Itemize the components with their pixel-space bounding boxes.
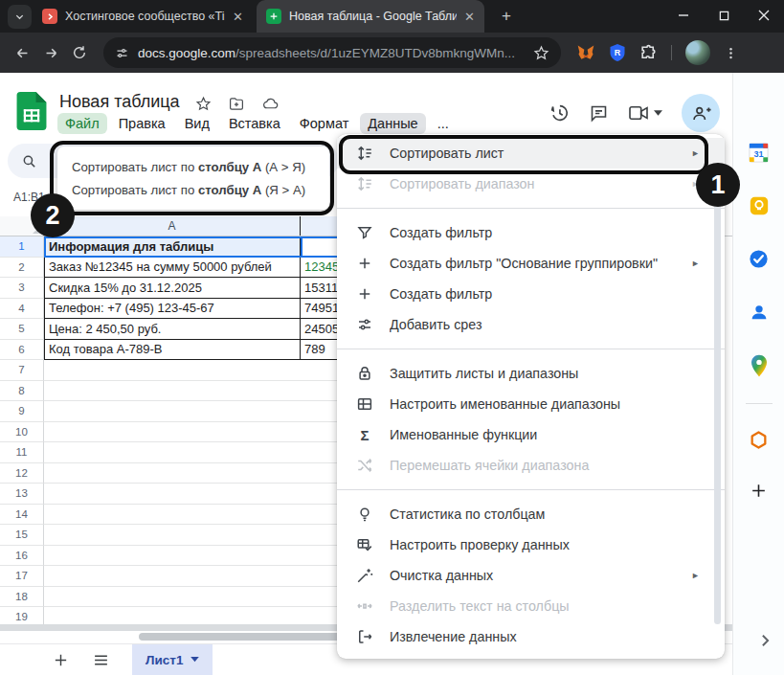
tab-search-chevron-icon[interactable] bbox=[8, 5, 32, 29]
menu-format[interactable]: Формат bbox=[292, 113, 357, 134]
new-tab-button[interactable]: + bbox=[494, 4, 519, 29]
row-header[interactable]: 11 bbox=[0, 442, 44, 463]
cell[interactable] bbox=[44, 566, 301, 587]
menu-item-data-cleanup[interactable]: Очистка данных ► bbox=[337, 560, 725, 591]
star-document-icon[interactable] bbox=[195, 96, 212, 112]
cell[interactable] bbox=[44, 546, 301, 567]
site-info-icon[interactable] bbox=[115, 46, 129, 60]
menu-item-protect-sheets[interactable]: Защитить листы и диапазоны bbox=[337, 358, 725, 389]
shield-extension-icon[interactable]: R bbox=[609, 43, 626, 62]
move-to-folder-icon[interactable] bbox=[228, 96, 245, 112]
addon-hexagon-icon[interactable] bbox=[749, 430, 769, 450]
cell[interactable] bbox=[44, 442, 301, 463]
menu-overflow[interactable]: ... bbox=[430, 113, 457, 134]
sheets-logo-icon[interactable] bbox=[15, 92, 48, 130]
google-tasks-icon[interactable] bbox=[748, 248, 770, 270]
menu-item-named-functions[interactable]: Σ Именованные функции bbox=[337, 419, 725, 450]
row-header[interactable]: 17 bbox=[0, 566, 44, 587]
google-maps-icon[interactable] bbox=[750, 354, 769, 377]
cell[interactable] bbox=[44, 505, 301, 526]
metamask-extension-icon[interactable] bbox=[576, 43, 595, 62]
menu-edit[interactable]: Правка bbox=[111, 113, 173, 134]
cell[interactable] bbox=[44, 525, 301, 546]
sheet-tab-list1[interactable]: Лист1 bbox=[132, 644, 213, 675]
menu-item-create-filter[interactable]: Создать фильтр bbox=[337, 217, 725, 248]
cloud-saved-icon[interactable] bbox=[261, 96, 280, 112]
row-header[interactable]: 3 bbox=[0, 278, 44, 299]
share-button[interactable] bbox=[682, 94, 720, 132]
menu-item-create-filter-2[interactable]: Создать фильтр bbox=[337, 279, 725, 309]
cell-a5[interactable]: Цена: 2 450,50 руб. bbox=[44, 319, 301, 340]
cell-a2[interactable]: Заказ №12345 на сумму 50000 рублей bbox=[44, 258, 301, 279]
cell-a4[interactable]: Телефон: +7 (495) 123-45-67 bbox=[44, 299, 301, 320]
row-header[interactable]: 18 bbox=[0, 587, 44, 608]
row-header[interactable]: 9 bbox=[0, 401, 44, 422]
back-icon[interactable] bbox=[8, 38, 36, 67]
row-header[interactable]: 5 bbox=[0, 319, 44, 340]
row-header[interactable]: 2 bbox=[0, 258, 44, 279]
menu-item-data-extraction[interactable]: Извлечение данных bbox=[337, 621, 725, 652]
column-header-a[interactable]: A bbox=[44, 216, 301, 236]
browser-menu-kebab-icon[interactable] bbox=[724, 46, 738, 60]
menu-file[interactable]: Файл bbox=[57, 113, 107, 134]
menu-data[interactable]: Данные bbox=[360, 113, 425, 134]
all-sheets-menu-icon[interactable] bbox=[86, 645, 115, 674]
validation-icon bbox=[354, 536, 375, 553]
cell[interactable] bbox=[44, 422, 301, 443]
menu-item-randomize-range[interactable]: Перемешать ячейки диапазона bbox=[337, 450, 725, 481]
window-minimize-button[interactable] bbox=[663, 0, 704, 31]
url-bar[interactable]: docs.google.com/spreadsheets/d/1uzEYMZ8U… bbox=[103, 37, 561, 68]
menu-view[interactable]: Вид bbox=[177, 113, 217, 134]
document-title[interactable]: Новая таблица bbox=[59, 92, 180, 112]
row-header[interactable]: 15 bbox=[0, 525, 44, 546]
reload-icon[interactable] bbox=[65, 38, 94, 67]
google-keep-icon[interactable] bbox=[749, 195, 770, 216]
menu-item-create-groupby-filter[interactable]: Создать фильтр "Основание группировки" ► bbox=[337, 248, 725, 279]
cell[interactable] bbox=[44, 401, 301, 422]
menu-item-data-validation[interactable]: Настроить проверку данных bbox=[337, 529, 725, 560]
get-add-ons-plus-icon[interactable] bbox=[750, 482, 768, 500]
browser-tab-sheets[interactable]: Новая таблица - Google Табли ✕ bbox=[257, 0, 484, 33]
menu-item-split-text[interactable]: Разделить текст на столбцы bbox=[337, 591, 725, 621]
hide-side-panel-chevron-icon[interactable] bbox=[761, 634, 770, 647]
browser-tab-timeweb[interactable]: Хостинговое сообщество «Tim ✕ bbox=[33, 0, 253, 33]
row-header[interactable]: 16 bbox=[0, 546, 44, 567]
sheets-menu-bar: Файл Правка Вид Вставка Формат Данные ..… bbox=[57, 113, 460, 134]
menu-item-add-slicer[interactable]: Добавить срез bbox=[337, 309, 725, 340]
row-header[interactable]: 10 bbox=[0, 422, 44, 443]
cell[interactable] bbox=[44, 463, 301, 484]
search-icon[interactable] bbox=[21, 153, 37, 169]
bookmark-star-icon[interactable] bbox=[533, 45, 549, 61]
tab-close-icon[interactable]: ✕ bbox=[233, 10, 243, 24]
version-history-icon[interactable] bbox=[549, 102, 570, 124]
window-maximize-button[interactable] bbox=[704, 0, 744, 31]
row-header[interactable]: 14 bbox=[0, 505, 44, 526]
cell[interactable] bbox=[44, 587, 301, 608]
row-header[interactable]: 12 bbox=[0, 463, 44, 484]
row-header[interactable]: 13 bbox=[0, 484, 44, 505]
row-header[interactable]: 1 bbox=[0, 236, 44, 258]
menu-item-column-stats[interactable]: Статистика по столбцам bbox=[337, 499, 725, 529]
cell[interactable] bbox=[44, 484, 301, 505]
cell[interactable] bbox=[44, 360, 301, 381]
browser-profile-avatar[interactable] bbox=[685, 40, 710, 65]
extensions-puzzle-icon[interactable] bbox=[639, 44, 658, 62]
add-sheet-button[interactable] bbox=[46, 645, 75, 674]
menu-item-named-ranges[interactable]: Настроить именованные диапазоны bbox=[337, 389, 725, 419]
row-header[interactable]: 6 bbox=[0, 340, 44, 361]
menu-insert[interactable]: Вставка bbox=[221, 113, 288, 134]
comments-icon[interactable] bbox=[589, 103, 609, 124]
row-header[interactable]: 4 bbox=[0, 299, 44, 320]
tab-close-icon[interactable]: ✕ bbox=[464, 10, 475, 24]
meet-video-button[interactable] bbox=[628, 104, 662, 122]
google-calendar-icon[interactable]: 31 bbox=[748, 142, 770, 164]
google-contacts-icon[interactable] bbox=[749, 302, 770, 323]
cell-a6[interactable]: Код товара А-789-В bbox=[44, 340, 301, 361]
forward-icon[interactable] bbox=[36, 38, 65, 67]
cell-a3[interactable]: Скидка 15% до 31.12.2025 bbox=[44, 278, 301, 299]
cell[interactable] bbox=[44, 381, 301, 402]
menu-scrollbar[interactable] bbox=[714, 191, 721, 624]
window-close-button[interactable] bbox=[744, 0, 784, 31]
row-header[interactable]: 7 bbox=[0, 360, 44, 381]
row-header[interactable]: 8 bbox=[0, 381, 44, 402]
